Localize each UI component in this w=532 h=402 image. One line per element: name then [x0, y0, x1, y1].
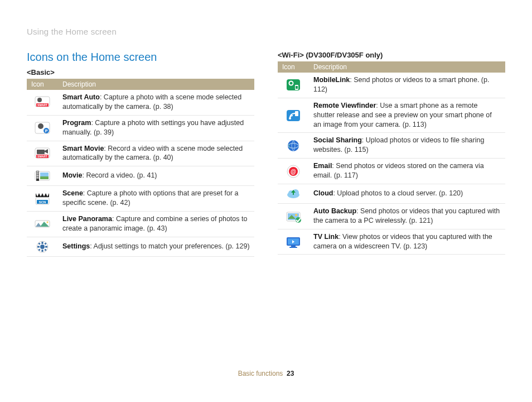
table-row: SCNScene: Capture a photo with options t… [27, 186, 254, 212]
row-rest: : View photos or videos that you capture… [313, 233, 492, 250]
svg-rect-17 [37, 178, 39, 179]
row-title: Smart Movie [62, 145, 104, 152]
table-row: Live Panorama: Capture and combine a ser… [27, 212, 254, 237]
svg-point-27 [40, 245, 45, 249]
row-title: Email [313, 162, 332, 170]
row-title: MobileLink [313, 76, 350, 84]
basic-table: Icon Description SMARTSmart Auto: Captur… [27, 79, 254, 257]
basic-desc-cell: Smart Auto: Capture a photo with a scene… [58, 90, 254, 115]
wifi-desc-cell: Remote Viewfinder: Use a smart phone as … [309, 98, 505, 133]
live-panorama-icon [34, 217, 51, 231]
basic-desc-cell: Settings: Adjust settings to match your … [58, 237, 254, 256]
smart-movie-icon: SMART [34, 146, 51, 161]
row-title: Social Sharing [313, 136, 362, 144]
svg-point-42 [289, 117, 291, 119]
column-wifi: <Wi-Fi> (DV300F/DV305F only) Icon Descri… [278, 51, 505, 257]
wifi-icon-cell [278, 73, 309, 98]
row-rest: : Upload photos to a cloud server. (p. 1… [333, 189, 463, 197]
svg-point-25 [47, 222, 49, 223]
footer-page-number: 23 [287, 370, 294, 377]
row-rest: : Adjust settings to match your preferen… [90, 242, 249, 250]
table-row: PProgram: Capture a photo with settings … [27, 115, 254, 141]
wifi-icon-cell: @ [278, 159, 309, 184]
basic-icon-cell [27, 166, 58, 186]
svg-rect-16 [37, 175, 39, 176]
basic-desc-cell: Smart Movie: Record a video with a scene… [58, 141, 254, 166]
wifi-desc-cell: Auto Backup: Send photos or videos that … [309, 203, 505, 229]
svg-point-38 [290, 82, 293, 85]
table-row: TV Link: View photos or videos that you … [278, 229, 505, 255]
svg-rect-28 [42, 242, 43, 244]
row-rest: : Capture a photo with options that are … [62, 189, 238, 207]
svg-text:P: P [45, 129, 48, 133]
svg-rect-14 [37, 171, 39, 173]
svg-rect-40 [296, 86, 298, 89]
wifi-icon-cell [278, 203, 309, 229]
basic-desc-cell: Scene: Capture a photo with options that… [58, 186, 254, 212]
basic-icon-cell: SCN [27, 186, 58, 212]
svg-text:@: @ [291, 169, 296, 175]
svg-point-54 [295, 214, 297, 216]
svg-rect-29 [42, 250, 43, 252]
wifi-icon-cell [278, 229, 309, 255]
footer-section: Basic functions [238, 370, 283, 377]
basic-icon-cell [27, 237, 58, 256]
table-row: MobileLink: Send photos or videos to a s… [278, 73, 505, 98]
wifi-desc-cell: MobileLink: Send photos or videos to a s… [309, 73, 505, 98]
program-icon: P [34, 121, 51, 135]
table-row: Social Sharing: Upload photos or videos … [278, 133, 505, 159]
auto-backup-icon [285, 209, 302, 223]
row-title: Cloud [313, 189, 333, 197]
row-rest: : Send photos or videos stored on the ca… [313, 162, 484, 179]
row-title: Program [62, 119, 91, 127]
mobilelink-icon [285, 78, 302, 92]
email-icon: @ [285, 164, 302, 179]
remote-viewfinder-icon [285, 108, 302, 123]
svg-rect-59 [289, 247, 297, 248]
row-title: Settings [62, 242, 90, 250]
svg-rect-58 [291, 246, 296, 247]
row-title: Movie [62, 171, 82, 179]
content-columns: Icons on the Home screen <Basic> Icon De… [27, 51, 505, 257]
wifi-desc-cell: Social Sharing: Upload photos or videos … [309, 133, 505, 159]
table-row: SMARTSmart Auto: Capture a photo with a … [27, 90, 254, 115]
basic-heading: <Basic> [27, 68, 254, 76]
row-title: TV Link [313, 233, 338, 241]
scene-icon: SCN [34, 192, 51, 206]
svg-rect-15 [37, 174, 39, 175]
cloud-icon [285, 186, 302, 201]
svg-point-1 [37, 98, 42, 102]
table-row: Cloud: Upload photos to a cloud server. … [278, 184, 505, 203]
column-basic: Icons on the Home screen <Basic> Icon De… [27, 51, 254, 257]
svg-rect-30 [37, 246, 40, 247]
svg-rect-9 [37, 150, 45, 154]
svg-point-5 [38, 123, 43, 129]
svg-text:SMART: SMART [37, 155, 47, 158]
basic-desc-cell: Movie: Record a video. (p. 41) [58, 166, 254, 186]
wifi-desc-cell: Cloud: Upload photos to a cloud server. … [309, 184, 505, 203]
basic-icon-cell [27, 212, 58, 237]
wifi-head-desc: Description [309, 61, 505, 73]
svg-rect-31 [45, 246, 47, 247]
basic-icon-cell: SMART [27, 141, 58, 166]
svg-rect-19 [40, 176, 49, 179]
basic-head-icon: Icon [27, 79, 58, 90]
row-rest: : Record a video. (p. 41) [82, 171, 157, 179]
table-row: SMARTSmart Movie: Record a video with a … [27, 141, 254, 166]
section-title: Icons on the Home screen [27, 51, 254, 64]
wifi-table: Icon Description MobileLink: Send photos… [278, 61, 505, 255]
smart-auto-icon: SMART [34, 95, 51, 109]
wifi-head-icon: Icon [278, 61, 309, 73]
table-row: Remote Viewfinder: Use a smart phone as … [278, 98, 505, 133]
table-row: Auto Backup: Send photos or videos that … [278, 203, 505, 229]
row-title: Remote Viewfinder [313, 102, 376, 109]
svg-rect-43 [295, 111, 298, 116]
wifi-icon-cell [278, 184, 309, 203]
svg-text:SMART: SMART [37, 103, 47, 107]
table-row: Movie: Record a video. (p. 41) [27, 166, 254, 186]
social-sharing-icon [285, 138, 302, 153]
wifi-icon-cell [278, 98, 309, 133]
movie-icon [34, 169, 51, 183]
basic-icon-cell: SMART [27, 90, 58, 115]
basic-desc-cell: Live Panorama: Capture and combine a ser… [58, 212, 254, 237]
